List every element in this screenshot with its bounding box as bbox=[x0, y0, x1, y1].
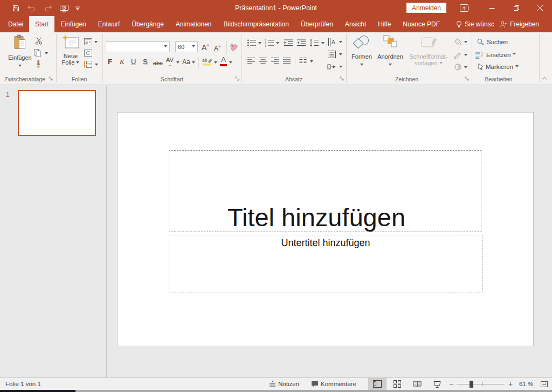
arrange-button[interactable]: Anordnen bbox=[376, 34, 404, 68]
tab-entwurf[interactable]: Entwurf bbox=[92, 16, 126, 32]
slide-sorter-view-button[interactable] bbox=[388, 378, 406, 390]
collapse-ribbon-button[interactable] bbox=[541, 75, 549, 82]
restore-button[interactable] bbox=[504, 0, 528, 16]
clear-formatting-button[interactable]: A bbox=[230, 41, 240, 51]
title-placeholder[interactable]: Titel hinzufügen bbox=[169, 150, 481, 232]
shape-effects-dropdown[interactable] bbox=[464, 66, 467, 70]
comments-toggle[interactable]: Kommentare bbox=[311, 378, 356, 390]
change-case-dropdown[interactable] bbox=[192, 61, 195, 65]
increase-indent-button[interactable] bbox=[296, 39, 306, 47]
tab-bildschirmpraesentation[interactable]: Bildschirmpräsentation bbox=[218, 16, 295, 32]
format-painter-button[interactable] bbox=[34, 60, 43, 69]
convert-smartart-dropdown[interactable] bbox=[339, 66, 342, 69]
zoom-slider-track[interactable] bbox=[457, 384, 505, 384]
bold-button[interactable]: F bbox=[108, 58, 112, 66]
text-shadow-button[interactable]: S bbox=[143, 58, 148, 66]
highlight-color-dropdown[interactable] bbox=[214, 61, 217, 65]
slideshow-view-button[interactable] bbox=[428, 378, 446, 390]
share-button[interactable]: Freigeben bbox=[499, 16, 539, 32]
layout-dropdown[interactable] bbox=[94, 41, 98, 45]
minimize-button[interactable] bbox=[480, 0, 504, 16]
shape-effects-button[interactable] bbox=[454, 63, 463, 71]
decrease-font-button[interactable]: A˅ bbox=[214, 43, 221, 52]
shape-outline-button[interactable] bbox=[454, 51, 463, 59]
reading-view-button[interactable] bbox=[408, 378, 426, 390]
shape-outline-dropdown[interactable] bbox=[464, 54, 467, 58]
line-spacing-dropdown[interactable] bbox=[321, 42, 325, 46]
copy-dropdown[interactable] bbox=[45, 52, 48, 56]
paragraph-dialog-launcher[interactable] bbox=[340, 76, 345, 82]
italic-button[interactable]: K bbox=[120, 58, 125, 66]
tell-me-search[interactable]: Sie wünsc bbox=[456, 16, 496, 32]
clipboard-dialog-launcher[interactable] bbox=[49, 76, 54, 82]
align-text-button[interactable] bbox=[327, 50, 336, 59]
align-right-button[interactable] bbox=[271, 57, 279, 65]
sign-in-button[interactable]: Anmelden bbox=[406, 3, 446, 13]
bullets-button[interactable] bbox=[247, 39, 257, 47]
font-name-combobox[interactable] bbox=[106, 41, 170, 52]
align-left-button[interactable] bbox=[247, 57, 256, 65]
ribbon-display-options-button[interactable] bbox=[459, 4, 470, 12]
paste-button[interactable]: Einfügen bbox=[6, 34, 34, 69]
tab-nuance-pdf[interactable]: Nuance PDF bbox=[397, 16, 446, 32]
justify-button[interactable] bbox=[282, 57, 291, 65]
tab-hilfe[interactable]: Hilfe bbox=[372, 16, 397, 32]
shapes-button[interactable]: Formen bbox=[349, 34, 375, 68]
replace-button[interactable]: abac Ersetzen bbox=[475, 51, 516, 59]
close-button[interactable] bbox=[528, 0, 552, 16]
text-direction-button[interactable]: A bbox=[327, 38, 336, 46]
convert-smartart-button[interactable] bbox=[327, 62, 336, 71]
decrease-indent-button[interactable] bbox=[284, 39, 293, 47]
quick-styles-button[interactable]: Schnellformat- vorlagen bbox=[405, 34, 452, 66]
columns-dropdown[interactable] bbox=[310, 60, 313, 64]
shape-fill-dropdown[interactable] bbox=[464, 41, 467, 45]
tab-datei[interactable]: Datei bbox=[2, 16, 29, 32]
fit-slide-button[interactable] bbox=[540, 378, 548, 390]
shape-fill-button[interactable] bbox=[453, 38, 463, 46]
tab-uebergaenge[interactable]: Übergänge bbox=[126, 16, 169, 32]
subtitle-placeholder[interactable]: Untertitel hinzufügen bbox=[169, 235, 482, 292]
numbering-button[interactable]: 123 bbox=[265, 39, 274, 47]
columns-button[interactable] bbox=[299, 57, 307, 65]
numbering-dropdown[interactable] bbox=[276, 42, 279, 46]
bullets-dropdown[interactable] bbox=[258, 42, 261, 46]
slide-canvas[interactable]: Titel hinzufügen Untertitel hinzufügen bbox=[117, 112, 534, 346]
section-button[interactable] bbox=[84, 60, 93, 68]
text-direction-dropdown[interactable] bbox=[339, 41, 342, 45]
font-size-dropdown[interactable] bbox=[190, 45, 197, 49]
select-button[interactable]: Markieren bbox=[477, 63, 519, 71]
underline-button[interactable]: U bbox=[131, 58, 136, 66]
copy-button[interactable] bbox=[33, 48, 42, 58]
tab-start[interactable]: Start bbox=[29, 16, 54, 32]
zoom-out-button[interactable]: − bbox=[449, 378, 453, 390]
character-spacing-dropdown[interactable] bbox=[176, 61, 180, 65]
character-spacing-button[interactable]: AV↔ bbox=[166, 58, 174, 67]
new-slide-button[interactable]: Neue Folie bbox=[58, 34, 83, 66]
align-center-button[interactable] bbox=[259, 57, 267, 65]
increase-font-button[interactable]: A˄ bbox=[202, 42, 209, 51]
tab-einfuegen[interactable]: Einfügen bbox=[54, 16, 92, 32]
reset-slide-button[interactable] bbox=[84, 49, 93, 57]
find-button[interactable]: Suchen bbox=[477, 38, 508, 46]
font-color-dropdown[interactable] bbox=[229, 61, 232, 65]
layout-button[interactable] bbox=[84, 38, 93, 46]
slide-thumbnail[interactable] bbox=[18, 90, 96, 136]
cut-button[interactable] bbox=[34, 37, 43, 45]
zoom-in-button[interactable]: + bbox=[508, 378, 513, 390]
highlight-color-button[interactable]: ab bbox=[202, 57, 213, 67]
tab-ansicht[interactable]: Ansicht bbox=[339, 16, 372, 32]
tab-ueberpruefen[interactable]: Überprüfen bbox=[295, 16, 339, 32]
change-case-button[interactable]: Aa bbox=[182, 58, 190, 66]
notes-toggle[interactable]: Notizen bbox=[269, 378, 299, 390]
font-dialog-launcher[interactable] bbox=[235, 76, 240, 82]
zoom-slider-handle[interactable] bbox=[470, 381, 473, 388]
drawing-dialog-launcher[interactable] bbox=[465, 76, 470, 82]
font-color-button[interactable]: A bbox=[220, 56, 227, 66]
normal-view-button[interactable] bbox=[368, 378, 387, 390]
align-text-dropdown[interactable] bbox=[339, 53, 342, 57]
strikethrough-button[interactable]: abc bbox=[153, 59, 163, 67]
tab-animationen[interactable]: Animationen bbox=[170, 16, 218, 32]
font-size-combobox[interactable]: 60 bbox=[175, 41, 198, 52]
section-dropdown[interactable] bbox=[95, 64, 98, 67]
line-spacing-button[interactable] bbox=[309, 39, 319, 47]
